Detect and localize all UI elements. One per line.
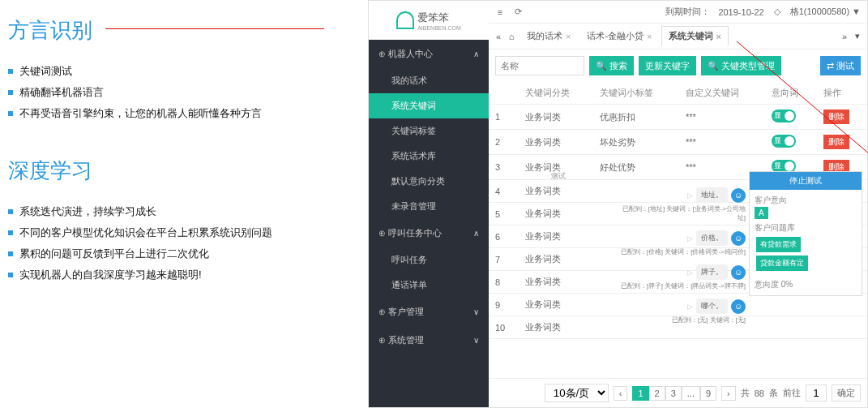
- chat-row: ▷哪个。☺: [616, 298, 746, 314]
- match-result: 已配到：[价格] 关键词：[价格词类->纯问价]: [616, 247, 746, 256]
- sidebar-item[interactable]: 系统话术库: [369, 144, 489, 169]
- tab-close-icon[interactable]: ×: [647, 32, 652, 41]
- refresh-icon[interactable]: ⟳: [513, 6, 523, 17]
- test-chat-panel: 测试 ▷地址。☺已配到：[地址] 关键词：[业务词类->公司地址]▷价格。☺已配…: [616, 187, 746, 333]
- intent-toggle[interactable]: 显: [772, 110, 796, 122]
- column-header: 操作: [817, 82, 867, 105]
- page-number[interactable]: 2: [649, 386, 665, 401]
- user-bubble: 哪个。: [696, 298, 728, 314]
- user-bubble: 地址。: [696, 187, 728, 203]
- tab[interactable]: 系统关键词×: [661, 26, 729, 46]
- page-number[interactable]: ...: [682, 386, 700, 401]
- brand-sub: AIBENBEN.COM: [417, 25, 461, 31]
- question-lib-label: 客户问题库: [755, 222, 857, 234]
- sidebar-item[interactable]: 通话详单: [369, 273, 489, 298]
- tag-loan-amount[interactable]: 贷款金额有定: [756, 256, 808, 271]
- sidebar-group[interactable]: ⊕ 机器人中心∧: [369, 40, 489, 68]
- sidebar-group[interactable]: ⊕ 客户管理∨: [369, 298, 489, 326]
- delete-button[interactable]: 删除: [823, 135, 849, 149]
- column-header: [489, 82, 519, 105]
- tab[interactable]: 话术-金融小贷×: [579, 26, 659, 46]
- intent-label: 客户意向: [755, 195, 857, 206]
- sidebar: 爱笨笨 AIBENBEN.COM ⊕ 机器人中心∧我的话术系统关键词关键词标签系…: [369, 1, 489, 407]
- match-result: 已配到：[无] 关键词：[无]: [616, 316, 746, 324]
- user-avatar-icon: ☺: [731, 299, 746, 314]
- chat-row: ▷地址。☺: [616, 187, 746, 203]
- page-next[interactable]: ›: [721, 386, 736, 401]
- table-row: 1业务词类优惠折扣***显删除: [489, 105, 867, 130]
- user-avatar-icon: ☺: [731, 188, 746, 203]
- user-bubble: 价格。: [696, 230, 728, 246]
- list-item: 累积的问题可反馈到平台上进行二次优化: [8, 243, 368, 264]
- tab-close-icon[interactable]: ×: [566, 32, 571, 41]
- tab[interactable]: 我的话术×: [520, 26, 578, 46]
- home-icon[interactable]: ⌂: [507, 32, 516, 41]
- page-goto-input[interactable]: [806, 384, 827, 402]
- chat-row: ▷牌子。☺: [616, 264, 746, 280]
- test-result-panel: 停止测试 客户意向 A 客户问题库 有贷款需求 贷款金额有定 意向度 0%: [749, 171, 862, 296]
- page-number[interactable]: 3: [665, 386, 682, 401]
- intent-toggle[interactable]: 显: [772, 135, 796, 148]
- chat-row: ▷价格。☺: [616, 230, 746, 246]
- sidebar-group[interactable]: ⊕ 呼叫任务中心∧: [369, 219, 489, 247]
- test-button[interactable]: ⇄ 测试: [820, 56, 861, 75]
- tab-bar: « ⌂ 我的话术×话术-金融小贷×系统关键词× » ▾: [489, 24, 867, 49]
- page-prev[interactable]: ‹: [614, 386, 628, 401]
- match-result: 已配到：[地址] 关键词：[业务词类->公司地址]: [616, 204, 746, 222]
- list-item: 精确翻译机器语言: [8, 82, 368, 103]
- section-title-deeplearning: 深度学习: [8, 157, 368, 185]
- update-keywords-button[interactable]: 更新关键字: [639, 56, 696, 75]
- brand-name: 爱笨笨: [417, 11, 461, 25]
- menu-icon[interactable]: ≡: [495, 7, 505, 17]
- marketing-panel: 方言识别 关键词测试 精确翻译机器语言 不再受语音引擎约束，让您的机器人能听懂各…: [0, 0, 368, 408]
- column-header: 关键词分类: [519, 82, 593, 105]
- app-window: 爱笨笨 AIBENBEN.COM ⊕ 机器人中心∧我的话术系统关键词关键词标签系…: [368, 0, 868, 408]
- table-row: 2业务词类坏处劣势***显删除: [489, 130, 867, 155]
- column-header: 自定义关键词: [679, 82, 765, 105]
- user-avatar-icon: ☺: [731, 265, 746, 280]
- page-number[interactable]: 9: [700, 386, 716, 401]
- pagination: 10条/页 ‹ 123...9 › 共 88 条 前往 确定: [489, 378, 867, 407]
- user-bubble: 牌子。: [696, 264, 728, 280]
- name-input[interactable]: [495, 56, 584, 75]
- list-item: 系统迭代演进，持续学习成长: [8, 201, 368, 222]
- sidebar-item[interactable]: 关键词标签: [369, 118, 489, 144]
- list-item: 关键词测试: [8, 61, 368, 82]
- topbar: ≡ ⟳ 到期时间： 2019-10-22 ◇ 格1(10000580) ▼: [489, 1, 867, 24]
- sidebar-item[interactable]: 未录音管理: [369, 194, 489, 219]
- user-avatar-icon: ☺: [731, 231, 746, 246]
- match-result: 已配到：[牌子] 关键词：[牌品词类->牌不牌]: [616, 281, 746, 290]
- tabs-next-icon[interactable]: »: [840, 32, 849, 41]
- section-title-dialect: 方言识别: [8, 16, 368, 45]
- total-count: 88: [755, 389, 764, 398]
- list-item: 不同的客户模型优化知识会在平台上积累系统识别问题: [8, 222, 368, 243]
- tag-loan-need[interactable]: 有贷款需求: [756, 237, 801, 252]
- tabs-menu-icon[interactable]: ▾: [853, 31, 862, 41]
- page-number[interactable]: 1: [632, 386, 648, 401]
- search-button[interactable]: 🔍 搜索: [589, 56, 634, 75]
- column-header: 关键词小标签: [593, 82, 679, 105]
- delete-button[interactable]: 删除: [823, 110, 849, 124]
- list-item: 实现机器人的自我深度学习越来越聪明!: [8, 264, 368, 286]
- intent-badge: A: [755, 207, 768, 219]
- sidebar-item[interactable]: 默认意向分类: [369, 169, 489, 194]
- deeplearning-list: 系统迭代演进，持续学习成长 不同的客户模型优化知识会在平台上积累系统识别问题 累…: [8, 201, 368, 286]
- column-header: 意向词: [765, 82, 817, 105]
- manage-types-button[interactable]: 🔍 关键类型管理: [701, 56, 781, 75]
- sidebar-item[interactable]: 系统关键词: [369, 93, 489, 118]
- stop-test-button[interactable]: 停止测试: [750, 172, 862, 190]
- tag-icon[interactable]: ◇: [772, 6, 782, 17]
- tabs-prev-icon[interactable]: «: [494, 32, 503, 41]
- intent-score: 意向度 0%: [755, 279, 857, 290]
- page-size-select[interactable]: 10条/页: [545, 384, 609, 402]
- tab-close-icon[interactable]: ×: [716, 32, 721, 41]
- user-menu[interactable]: 格1(10000580) ▼: [790, 6, 861, 18]
- expire-label: 到期时间：: [665, 6, 710, 18]
- robot-icon: [396, 11, 414, 29]
- toolbar: 🔍 搜索 更新关键字 🔍 关键类型管理 ⇄ 测试: [489, 49, 867, 82]
- sidebar-group[interactable]: ⊕ 系统管理∨: [369, 326, 489, 354]
- sidebar-item[interactable]: 我的话术: [369, 68, 489, 93]
- list-item: 不再受语音引擎约束，让您的机器人能听懂各种方言: [8, 103, 368, 124]
- sidebar-item[interactable]: 呼叫任务: [369, 247, 489, 273]
- page-confirm[interactable]: 确定: [832, 384, 861, 402]
